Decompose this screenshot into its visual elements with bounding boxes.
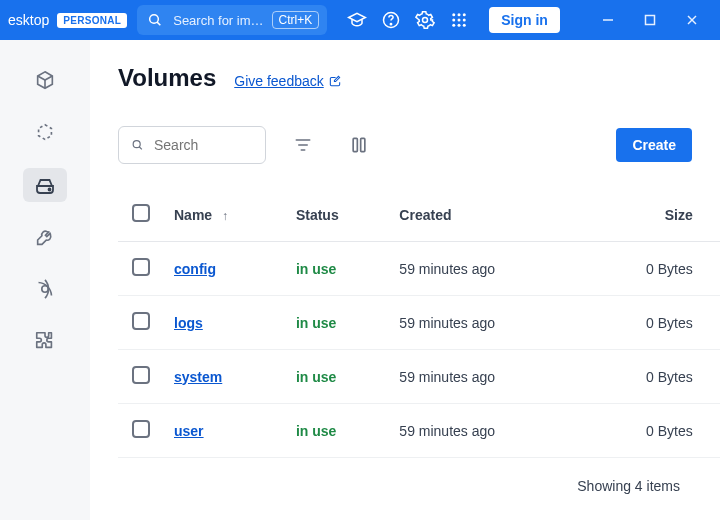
sidebar-item-dev-environments[interactable] — [23, 272, 67, 306]
learning-icon[interactable] — [347, 10, 367, 30]
svg-point-20 — [133, 141, 140, 148]
feedback-link-label: Give feedback — [234, 73, 324, 89]
signin-button[interactable]: Sign in — [489, 7, 560, 33]
search-icon — [145, 10, 165, 30]
svg-point-9 — [458, 19, 461, 22]
volume-size: 0 Bytes — [580, 296, 720, 350]
settings-icon[interactable] — [415, 10, 435, 30]
row-checkbox[interactable] — [132, 366, 150, 384]
filter-button[interactable] — [284, 126, 322, 164]
volume-created: 59 minutes ago — [389, 296, 580, 350]
col-header-created[interactable]: Created — [389, 188, 580, 242]
svg-point-18 — [49, 189, 51, 191]
volume-status: in use — [296, 423, 336, 439]
page-header: Volumes Give feedback — [118, 64, 720, 92]
sidebar-item-volumes[interactable] — [23, 168, 67, 202]
row-checkbox[interactable] — [132, 312, 150, 330]
svg-line-21 — [139, 147, 142, 150]
volume-name-link[interactable]: user — [174, 423, 204, 439]
table-row: logsin use59 minutes ago0 Bytes — [118, 296, 720, 350]
app-shell: Volumes Give feedback Create — [0, 40, 720, 520]
feedback-link[interactable]: Give feedback — [234, 73, 342, 89]
volume-name-link[interactable]: logs — [174, 315, 203, 331]
select-all-checkbox[interactable] — [132, 204, 150, 222]
page-title: Volumes — [118, 64, 216, 92]
help-icon[interactable] — [381, 10, 401, 30]
columns-icon — [349, 135, 369, 155]
sidebar-item-containers[interactable] — [23, 64, 67, 98]
volume-created: 59 minutes ago — [389, 404, 580, 458]
volume-created: 59 minutes ago — [389, 350, 580, 404]
svg-point-0 — [150, 15, 159, 24]
svg-point-12 — [458, 24, 461, 27]
table-search-input[interactable] — [154, 137, 253, 153]
volume-name-link[interactable]: config — [174, 261, 216, 277]
filter-icon — [293, 135, 313, 155]
sidebar — [0, 40, 90, 520]
row-checkbox[interactable] — [132, 258, 150, 276]
svg-rect-26 — [361, 138, 365, 151]
global-search-placeholder: Search for im… — [173, 13, 263, 28]
svg-point-13 — [463, 24, 466, 27]
titlebar: esktop PERSONAL Search for im… Ctrl+K Si… — [0, 0, 720, 40]
table-row: configin use59 minutes ago0 Bytes — [118, 242, 720, 296]
volumes-table: Name ↑ Status Created Size Sch configin … — [118, 188, 720, 458]
window-close[interactable] — [678, 6, 706, 34]
global-search[interactable]: Search for im… Ctrl+K — [137, 5, 327, 35]
table-search[interactable] — [118, 126, 266, 164]
svg-point-6 — [458, 13, 461, 16]
svg-point-7 — [463, 13, 466, 16]
window-controls — [594, 6, 712, 34]
svg-point-4 — [423, 18, 428, 23]
volume-status: in use — [296, 369, 336, 385]
volumes-table-wrap: Name ↑ Status Created Size Sch configin … — [118, 188, 720, 494]
col-header-name[interactable]: Name ↑ — [164, 188, 286, 242]
table-row: userin use59 minutes ago0 Bytes — [118, 404, 720, 458]
svg-point-11 — [452, 24, 455, 27]
sidebar-item-images[interactable] — [23, 116, 67, 150]
columns-button[interactable] — [340, 126, 378, 164]
svg-rect-25 — [353, 138, 357, 151]
svg-point-5 — [452, 13, 455, 16]
col-header-select — [118, 188, 164, 242]
svg-rect-15 — [646, 16, 655, 25]
toolbar: Create — [118, 126, 720, 164]
volume-size: 0 Bytes — [580, 350, 720, 404]
main-content: Volumes Give feedback Create — [90, 40, 720, 520]
svg-point-8 — [452, 19, 455, 22]
sidebar-item-builds[interactable] — [23, 220, 67, 254]
app-name-fragment: esktop — [8, 12, 49, 28]
volume-status: in use — [296, 315, 336, 331]
titlebar-actions: Sign in — [347, 7, 560, 33]
shortcut-hint: Ctrl+K — [272, 11, 320, 29]
svg-point-3 — [391, 24, 392, 25]
svg-line-1 — [157, 22, 160, 25]
sidebar-item-extensions[interactable] — [23, 324, 67, 358]
table-footer-count: Showing 4 items — [118, 458, 720, 494]
table-header-row: Name ↑ Status Created Size Sch — [118, 188, 720, 242]
svg-point-10 — [463, 19, 466, 22]
create-button[interactable]: Create — [616, 128, 692, 162]
apps-grid-icon[interactable] — [449, 10, 469, 30]
search-icon — [131, 137, 144, 153]
titlebar-left: esktop PERSONAL — [8, 12, 127, 28]
table-row: systemin use59 minutes ago0 Bytes — [118, 350, 720, 404]
window-maximize[interactable] — [636, 6, 664, 34]
volume-size: 0 Bytes — [580, 242, 720, 296]
sort-arrow-icon: ↑ — [222, 209, 228, 223]
row-checkbox[interactable] — [132, 420, 150, 438]
volume-status: in use — [296, 261, 336, 277]
volume-name-link[interactable]: system — [174, 369, 222, 385]
volume-created: 59 minutes ago — [389, 242, 580, 296]
col-header-status[interactable]: Status — [286, 188, 389, 242]
window-minimize[interactable] — [594, 6, 622, 34]
volume-size: 0 Bytes — [580, 404, 720, 458]
plan-badge: PERSONAL — [57, 13, 127, 28]
col-header-size[interactable]: Size — [580, 188, 720, 242]
feedback-icon — [328, 74, 342, 88]
